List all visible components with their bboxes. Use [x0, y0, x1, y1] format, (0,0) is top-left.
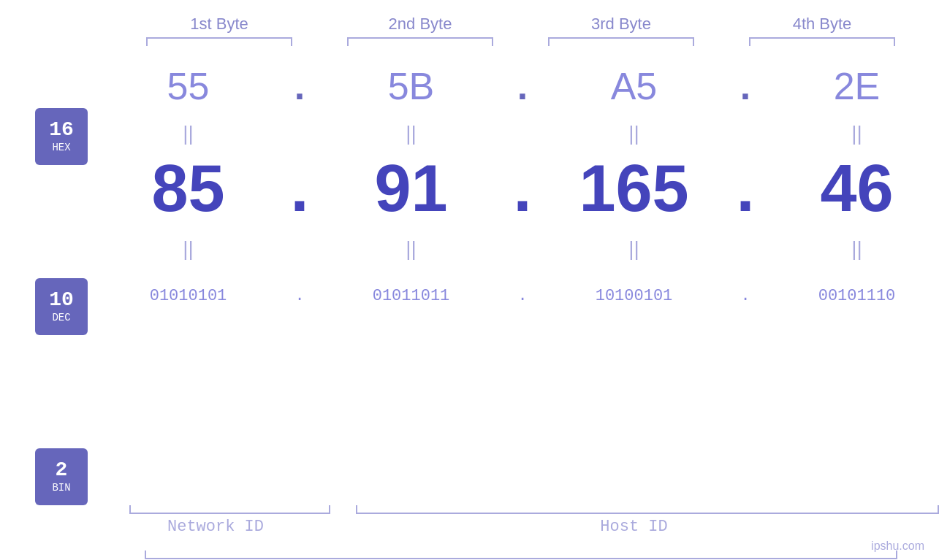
- bin-badge-number: 2: [56, 460, 68, 480]
- network-id-bracket: [129, 505, 330, 514]
- hex-b3: A5: [533, 64, 734, 108]
- bin-b4: 00101110: [756, 287, 939, 305]
- main-container: 1st Byte 2nd Byte 3rd Byte 4th Byte 16 H…: [0, 0, 939, 560]
- dec-badge-number: 10: [49, 290, 74, 310]
- bin-b3: 10100101: [533, 287, 734, 305]
- eq2-b3: ||: [533, 237, 734, 261]
- hex-badge-label: HEX: [52, 142, 70, 153]
- hex-b4: 2E: [756, 64, 939, 108]
- dec-b2: 91: [311, 151, 512, 226]
- dec-row: 85 . 91 . 165 . 46: [88, 148, 939, 229]
- dec-dot-3: .: [734, 151, 756, 226]
- bin-dot-1: .: [289, 287, 311, 305]
- eq2-b1: ||: [88, 237, 289, 261]
- byte2-header: 2nd Byte: [320, 15, 521, 34]
- eq2-b4: ||: [756, 237, 939, 261]
- byte1-header: 1st Byte: [119, 15, 320, 34]
- top-bracket-2: [347, 37, 493, 46]
- class-section: Class A: [145, 551, 897, 560]
- hex-b1: 55: [88, 64, 289, 108]
- top-bracket-3: [548, 37, 694, 46]
- id-labels: Network ID Host ID: [102, 518, 939, 536]
- dec-b3: 165: [533, 151, 734, 226]
- class-bracket: [145, 551, 897, 559]
- bin-dot-2: .: [512, 287, 533, 305]
- dec-dot-2: .: [512, 151, 533, 226]
- byte4-header: 4th Byte: [722, 15, 923, 34]
- eq1-b2: ||: [311, 122, 512, 145]
- hex-dot-3: .: [734, 64, 756, 108]
- hex-row: 55 . 5B . A5 . 2E: [88, 53, 939, 119]
- equals-row-2: || || || ||: [88, 232, 939, 265]
- bin-row: 01010101 . 01011011 . 10100101 . 0010111…: [88, 269, 939, 323]
- bracket-cell-1: [119, 37, 320, 46]
- bracket-cell-2: [320, 37, 521, 46]
- left-badges: 16 HEX 10 DEC 2 BIN: [0, 53, 88, 505]
- dec-dot-1: .: [289, 151, 311, 226]
- eq2-b2: ||: [311, 237, 512, 261]
- eq1-b4: ||: [756, 122, 939, 145]
- hex-badge: 16 HEX: [35, 108, 88, 165]
- hex-badge-number: 16: [49, 120, 74, 140]
- byte3-header: 3rd Byte: [521, 15, 722, 34]
- bin-b2: 01011011: [311, 287, 512, 305]
- bin-dot-3: .: [734, 287, 756, 305]
- top-brackets: [0, 37, 939, 46]
- top-bracket-4: [749, 37, 895, 46]
- equals-row-1: || || || ||: [88, 119, 939, 148]
- bin-b1: 01010101: [88, 287, 289, 305]
- hex-dot-2: .: [512, 64, 533, 108]
- bracket-cell-3: [521, 37, 722, 46]
- bracket-cell-4: [722, 37, 923, 46]
- dec-badge-label: DEC: [52, 312, 70, 323]
- rows-container: 55 . 5B . A5 . 2E || || || || 85: [88, 53, 939, 505]
- eq1-b3: ||: [533, 122, 734, 145]
- eq1-b1: ||: [88, 122, 289, 145]
- bottom-section: Network ID Host ID: [102, 505, 939, 536]
- dec-badge: 10 DEC: [35, 278, 88, 335]
- bin-badge-label: BIN: [52, 482, 70, 494]
- bin-badge: 2 BIN: [35, 448, 88, 505]
- network-id-label: Network ID: [102, 518, 329, 536]
- dec-b4: 46: [756, 151, 939, 226]
- hex-dot-1: .: [289, 64, 311, 108]
- top-bracket-1: [146, 37, 292, 46]
- bottom-brackets: [102, 505, 939, 514]
- watermark: ipshu.com: [871, 540, 924, 553]
- host-id-label: Host ID: [329, 518, 939, 536]
- content-area: 16 HEX 10 DEC 2 BIN 55 . 5B . A5 . 2E: [0, 53, 939, 505]
- host-id-bracket: [356, 505, 939, 514]
- byte-headers: 1st Byte 2nd Byte 3rd Byte 4th Byte: [0, 15, 939, 34]
- dec-b1: 85: [88, 151, 289, 226]
- hex-b2: 5B: [311, 64, 512, 108]
